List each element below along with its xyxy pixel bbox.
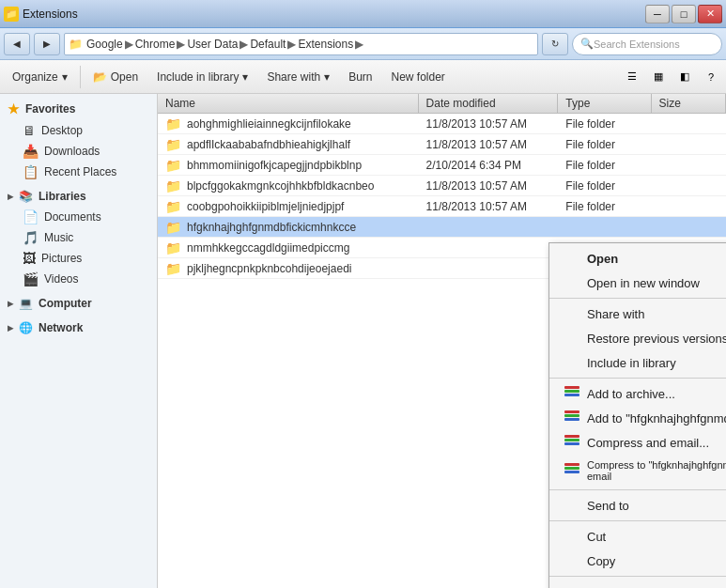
sidebar-item-recent[interactable]: 📋 Recent Places (0, 162, 157, 182)
preview-pane-button[interactable]: ◧ (673, 66, 696, 88)
burn-button[interactable]: Burn (340, 64, 380, 90)
file-name: pjkljhegncpnkpknbcohdijeoejaedi (187, 262, 351, 275)
sidebar-item-documents[interactable]: 📄 Documents (0, 207, 157, 227)
search-placeholder: Search Extensions (594, 39, 680, 50)
toolbar-separator (80, 66, 81, 88)
rar-icon-3 (564, 435, 579, 450)
ctx-create-shortcut[interactable]: Create shortcut (549, 580, 726, 588)
ctx-copy[interactable]: Copy (549, 549, 726, 573)
address-input[interactable]: 📁 Google ▶ Chrome ▶ User Data ▶ Default … (64, 33, 538, 55)
file-type: File folder (558, 159, 651, 172)
computer-header[interactable]: ▶ 💻 Computer (0, 293, 157, 314)
ctx-open-new-window[interactable]: Open in new window (549, 271, 726, 295)
table-row[interactable]: 📁apdflIckaababafndbhieahigkjlhalf 11/8/2… (158, 134, 726, 155)
file-type: File folder (558, 117, 651, 131)
table-row[interactable]: 📁bhmmomiinigofkjcapegjjndpbikblnp 2/10/2… (158, 155, 726, 176)
bread-item[interactable]: Extensions (298, 38, 353, 51)
ctx-compress-rar-email-label: Compress to "hfgknhajhghfgnmdbfickicmhnk… (587, 459, 726, 482)
folder-icon: 📁 (165, 240, 181, 255)
back-button[interactable]: ◀ (4, 33, 30, 55)
ctx-open-label: Open (587, 252, 618, 266)
share-with-button[interactable]: Share with ▾ (258, 64, 338, 90)
dropdown-arrow: ▾ (62, 70, 68, 84)
table-row[interactable]: 📁blpcfggokakmgnkcojhhkbfbldkacnbeo 11/8/… (158, 176, 726, 196)
ctx-cut[interactable]: Cut (549, 524, 726, 549)
ctx-separator (549, 520, 726, 521)
col-type-header[interactable]: Type (558, 94, 651, 113)
table-row[interactable]: 📁coobgpohoikkiipiblmjeljniedjpjpf 11/8/2… (158, 196, 726, 217)
organize-button[interactable]: Organize ▾ (4, 64, 76, 90)
open-button[interactable]: 📂 Open (85, 64, 147, 90)
dropdown-arrow: ▾ (324, 70, 330, 84)
new-folder-button[interactable]: New folder (383, 64, 454, 90)
star-icon: ★ (8, 101, 20, 116)
sidebar-item-desktop[interactable]: 🖥 Desktop (0, 120, 157, 141)
title-bar-text: Extensions (23, 8, 78, 21)
organize-label: Organize (12, 70, 58, 84)
sidebar-item-pictures[interactable]: 🖼 Pictures (0, 248, 157, 269)
col-size-header[interactable]: Size (652, 94, 726, 113)
bread-item[interactable]: Default (250, 38, 286, 51)
ctx-add-rar[interactable]: Add to "hfgknhajhghfgnmdbfickicmhnkcce.r… (549, 406, 726, 430)
table-row[interactable]: 📁hfgknhajhghfgnmdbfickicmhnkcce (158, 217, 726, 238)
network-header[interactable]: ▶ 🌐 Network (0, 317, 157, 338)
col-date-header[interactable]: Date modified (419, 94, 559, 113)
ctx-restore-versions[interactable]: Restore previous versions (549, 326, 726, 350)
rar-icon-4 (564, 463, 579, 478)
rar-icon (564, 386, 579, 401)
network-label: Network (39, 321, 83, 334)
network-section: ▶ 🌐 Network (0, 317, 157, 338)
ctx-include-label: Include in library (587, 356, 676, 370)
sidebar-item-music[interactable]: 🎵 Music (0, 227, 157, 248)
file-list: Name Date modified Type Size 📁aohghmighl… (158, 94, 726, 588)
recent-icon: 📋 (23, 164, 39, 179)
view-btn-2[interactable]: ▦ (647, 66, 670, 88)
ctx-share-with[interactable]: Share with (549, 302, 726, 326)
table-row[interactable]: 📁aohghmighlieiainnegkcijnfilokake 11/8/2… (158, 114, 726, 134)
ctx-open[interactable]: Open (549, 246, 726, 271)
file-list-header: Name Date modified Type Size (158, 94, 726, 114)
ctx-add-archive-label: Add to archive... (587, 387, 675, 401)
pictures-label: Pictures (41, 252, 82, 265)
folder-icon: 📁 (165, 158, 181, 173)
share-icon (564, 306, 579, 321)
ctx-send-label: Send to (587, 499, 629, 513)
libraries-header[interactable]: ▶ 📚 Libraries (0, 186, 157, 207)
expand-icon: ▶ (8, 193, 13, 201)
file-name: blpcfggokakmgnkcojhhkbfbldkacnbeo (187, 179, 374, 193)
ctx-open-new-label: Open in new window (587, 276, 700, 290)
libraries-section: ▶ 📚 Libraries 📄 Documents 🎵 Music 🖼 Pict… (0, 186, 157, 289)
sidebar-item-downloads[interactable]: 📥 Downloads (0, 141, 157, 162)
bread-item[interactable]: User Data (187, 38, 238, 51)
refresh-button[interactable]: ↻ (542, 33, 568, 55)
ctx-add-archive[interactable]: Add to archive... (549, 381, 726, 406)
forward-button[interactable]: ▶ (34, 33, 60, 55)
rar-icon-2 (564, 410, 579, 426)
libraries-icon: 📚 (19, 190, 33, 203)
search-box[interactable]: 🔍 Search Extensions (572, 33, 722, 55)
ctx-include-library[interactable]: Include in library (549, 350, 726, 375)
ctx-compress-rar-email[interactable]: Compress to "hfgknhajhghfgnmdbfickicmhnk… (549, 455, 726, 487)
close-button[interactable]: ✕ (698, 5, 722, 23)
ctx-restore-label: Restore previous versions (587, 332, 726, 346)
sidebar-item-videos[interactable]: 🎬 Videos (0, 269, 157, 289)
search-icon: 🔍 (580, 38, 594, 50)
folder-icon: 📁 (165, 178, 181, 193)
ctx-send-to[interactable]: Send to (549, 493, 726, 518)
col-name-header[interactable]: Name (158, 94, 419, 113)
libraries-label: Libraries (39, 190, 86, 203)
file-type: File folder (558, 200, 651, 213)
bread-item[interactable]: Google (86, 38, 123, 51)
ctx-compress-email[interactable]: Compress and email... (549, 430, 726, 455)
bread-item[interactable]: Chrome (135, 38, 176, 51)
help-button[interactable]: ? (700, 66, 722, 88)
include-library-button[interactable]: Include in library ▾ (148, 64, 256, 90)
open-icon (564, 251, 579, 266)
minimize-button[interactable]: ─ (645, 5, 670, 23)
folder-icon: 📁 (165, 220, 181, 235)
view-options-button[interactable]: ☰ (621, 66, 643, 88)
downloads-label: Downloads (44, 145, 100, 158)
ctx-add-rar-label: Add to "hfgknhajhghfgnmdbfickicmhnkcce.r… (587, 411, 726, 426)
favorites-header[interactable]: ★ Favorites (0, 98, 157, 120)
maximize-button[interactable]: □ (672, 5, 696, 23)
